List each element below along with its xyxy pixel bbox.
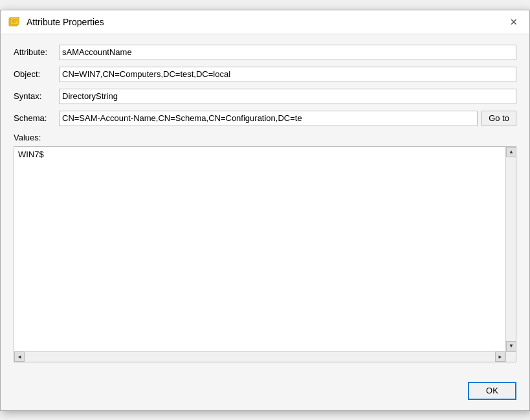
vertical-scrollbar[interactable]: ▲ ▼	[505, 147, 516, 351]
dialog-footer: OK	[1, 375, 529, 410]
title-bar: Attribute Properties ✕	[1, 10, 529, 34]
attribute-input[interactable]	[59, 45, 516, 60]
object-input[interactable]	[59, 67, 516, 82]
schema-label: Schema:	[14, 113, 59, 123]
values-content: WIN7$	[18, 149, 44, 159]
close-button[interactable]: ✕	[506, 16, 522, 28]
attribute-properties-dialog: Attribute Properties ✕ Attribute: Object…	[0, 10, 530, 411]
scrollbar-corner	[505, 351, 516, 362]
scroll-up-arrow[interactable]: ▲	[506, 147, 516, 157]
scroll-right-arrow[interactable]: ►	[495, 351, 505, 362]
syntax-input[interactable]	[59, 89, 516, 104]
object-label: Object:	[14, 69, 59, 79]
title-bar-left: Attribute Properties	[8, 17, 104, 27]
scroll-down-arrow[interactable]: ▼	[506, 341, 516, 351]
dialog-content: Attribute: Object: Syntax: Schema: Go to…	[1, 34, 529, 375]
go-to-button[interactable]: Go to	[481, 111, 516, 126]
attribute-label: Attribute:	[14, 47, 59, 57]
syntax-row: Syntax:	[14, 89, 516, 104]
scroll-track-h	[25, 352, 495, 362]
schema-row: Schema: Go to	[14, 111, 516, 126]
values-inner: WIN7$	[14, 147, 516, 315]
object-row: Object:	[14, 67, 516, 82]
syntax-label: Syntax:	[14, 91, 59, 101]
values-container: WIN7$ ▲ ▼ ◄ ►	[14, 146, 516, 362]
values-label: Values:	[14, 133, 516, 142]
horizontal-scrollbar[interactable]: ◄ ►	[14, 351, 505, 362]
schema-input[interactable]	[59, 111, 478, 126]
dialog-icon	[8, 17, 21, 27]
dialog-title: Attribute Properties	[27, 17, 104, 27]
scroll-left-arrow[interactable]: ◄	[14, 351, 25, 362]
attribute-row: Attribute:	[14, 45, 516, 60]
ok-button[interactable]: OK	[468, 382, 516, 400]
schema-input-wrap: Go to	[59, 111, 516, 126]
scroll-track-v	[506, 157, 516, 341]
